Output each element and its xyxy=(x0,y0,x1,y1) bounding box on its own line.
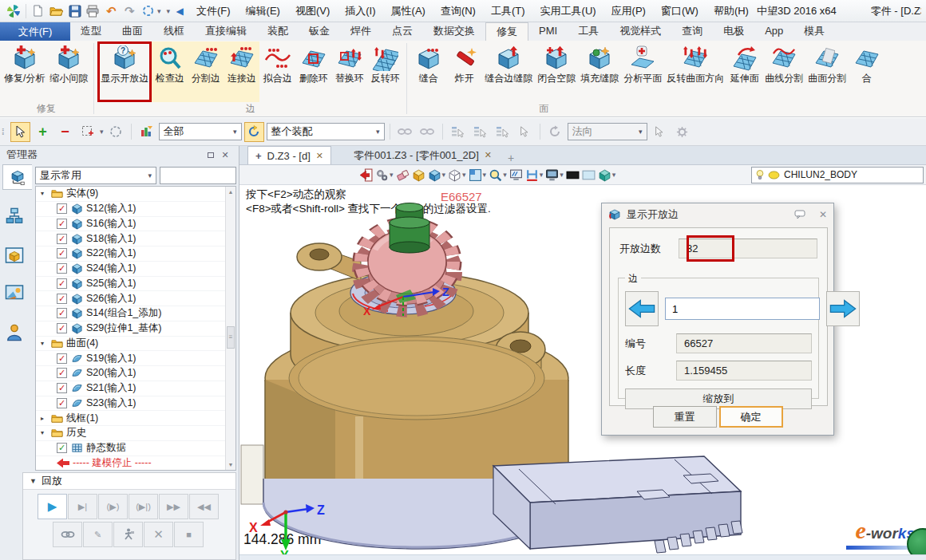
expander-icon[interactable]: ▾ xyxy=(41,429,51,436)
tab-weldment[interactable]: 焊件 xyxy=(340,22,382,41)
edge-index-input[interactable] xyxy=(665,298,820,320)
step-run-button[interactable] xyxy=(113,522,143,547)
material-cube-icon[interactable]: ▾ xyxy=(598,168,616,182)
menu-view[interactable]: 视图(V) xyxy=(288,0,337,22)
tree-group-history[interactable]: ▾ 历史 xyxy=(36,426,225,441)
tab-shape[interactable]: 造型 xyxy=(70,22,112,41)
checkbox-checked[interactable]: ✓ xyxy=(57,263,67,274)
chevron-down-icon[interactable]: ▾ xyxy=(390,171,394,179)
link-button[interactable] xyxy=(53,522,82,547)
button-fit-edges[interactable]: 拟合边 xyxy=(259,41,295,102)
delete-button[interactable]: ✕ xyxy=(144,522,173,547)
tree-item[interactable]: ✓S25(输入1) xyxy=(36,277,225,292)
marquee-select-icon[interactable] xyxy=(77,122,97,142)
tab-electrode[interactable]: 电极 xyxy=(713,22,754,41)
button-merge[interactable]: 合 xyxy=(849,41,884,102)
close-tab-icon[interactable]: ✕ xyxy=(485,150,492,160)
menu-insert[interactable]: 插入(I) xyxy=(338,0,382,22)
chevron-down-icon[interactable]: ▾ xyxy=(612,171,616,179)
tab-view-manager[interactable] xyxy=(2,280,26,306)
tree-item-static-data[interactable]: ✓静态数据 xyxy=(36,441,225,456)
eraser-icon[interactable] xyxy=(396,168,410,182)
dropdown-icon[interactable]: ▾ xyxy=(157,7,161,15)
checkbox-checked[interactable]: ✓ xyxy=(57,308,67,318)
checkbox-checked[interactable]: ✓ xyxy=(57,203,67,214)
chevron-down-icon[interactable]: ▾ xyxy=(560,171,564,179)
background-dark-icon[interactable] xyxy=(566,171,580,179)
menu-window[interactable]: 窗口(W) xyxy=(654,0,706,22)
tab-assembly[interactable]: 装配 xyxy=(257,22,299,41)
scroll-down-icon[interactable]: ▼ xyxy=(226,459,235,470)
tree-item[interactable]: ✓S14(组合1_添加) xyxy=(36,306,225,321)
button-replace-loop[interactable]: 替换环 xyxy=(331,41,367,102)
tab-sheet-metal[interactable]: 钣金 xyxy=(299,22,340,41)
edit-button[interactable]: ✎ xyxy=(83,522,113,547)
active-part-combo[interactable]: CHILUN2_BODY xyxy=(751,167,924,183)
checkbox-checked[interactable]: ✓ xyxy=(57,219,67,229)
document-tab[interactable]: 零件001.Z3 - [零件001_2D] ✕ xyxy=(346,146,499,164)
restore-panel-icon[interactable] xyxy=(204,150,218,160)
checkbox-checked[interactable]: ✓ xyxy=(57,368,67,378)
previous-edge-button[interactable] xyxy=(625,291,659,326)
select-cursor-icon[interactable] xyxy=(10,122,30,142)
checkbox-checked[interactable]: ✓ xyxy=(57,294,67,304)
redo-icon[interactable]: ↷ xyxy=(121,2,138,21)
tab-visualize[interactable]: 视觉样式 xyxy=(609,22,671,41)
chevron-down-icon[interactable]: ▾ xyxy=(462,171,466,179)
tab-point-cloud[interactable]: 点云 xyxy=(382,22,423,41)
display-mode-icon[interactable]: ▾ xyxy=(545,168,564,182)
scope-icon[interactable] xyxy=(244,122,264,142)
tab-visual-manager[interactable] xyxy=(2,243,26,268)
tab-role-manager[interactable] xyxy=(2,320,26,345)
filter-dropdown[interactable]: 全部 ▾ xyxy=(159,123,242,140)
tree-item[interactable]: ✓S19(输入1) xyxy=(36,351,225,366)
expander-icon[interactable]: ▸ xyxy=(41,415,51,422)
tree-group-wireframe[interactable]: ▸ 线框(1) xyxy=(36,411,225,426)
expander-icon[interactable]: ▾ xyxy=(41,340,51,347)
scrollbar-thumb[interactable]: ≡ xyxy=(227,326,235,349)
tab-file[interactable]: 文件(F) xyxy=(0,22,70,41)
tree-group-surfaces[interactable]: ▾ 曲面(4) xyxy=(36,337,225,352)
button-close-gaps[interactable]: 闭合空隙 xyxy=(535,41,578,102)
add-selection-icon[interactable]: + xyxy=(33,122,53,142)
tab-freeform[interactable]: 曲面 xyxy=(112,22,153,41)
remove-selection-icon[interactable]: − xyxy=(55,122,75,142)
menu-tools[interactable]: 工具(T) xyxy=(484,0,532,22)
chevron-down-icon[interactable]: ▾ xyxy=(503,171,507,179)
tree-search-input[interactable] xyxy=(160,167,236,184)
button-delete-loop[interactable]: 删除环 xyxy=(295,41,331,102)
zoom-icon[interactable]: ▾ xyxy=(489,168,507,182)
regen-cube-icon[interactable] xyxy=(412,168,425,182)
toolbar-drag-handle[interactable]: ⁞⁞ xyxy=(2,130,8,134)
tree-item[interactable]: ✓S29(拉伸1_基体) xyxy=(36,321,225,337)
tree-item[interactable]: ✓S21(输入1) xyxy=(36,381,225,396)
tree-group-solids[interactable]: ▾ 实体(9) xyxy=(36,187,225,202)
button-connect-edges[interactable]: 连接边 xyxy=(224,41,259,102)
button-show-open-edges[interactable]: 显示开放边 xyxy=(97,41,152,102)
tree-item[interactable]: ✓S20(输入1) xyxy=(36,366,225,381)
menu-attributes[interactable]: 属性(A) xyxy=(384,0,433,22)
tab-tools[interactable]: 工具 xyxy=(568,22,609,41)
filter-icon[interactable] xyxy=(137,122,156,142)
play-to-end-button[interactable]: ▶| xyxy=(68,494,97,519)
checkbox-checked[interactable]: ✓ xyxy=(57,248,67,258)
menu-applications[interactable]: 应用(P) xyxy=(604,0,653,22)
new-tab-icon[interactable]: + xyxy=(501,152,520,164)
menu-edit[interactable]: 编辑(E) xyxy=(239,0,287,22)
lasso-select-icon[interactable] xyxy=(106,122,126,142)
tab-heal[interactable]: 修复 xyxy=(485,22,528,41)
settings-gears-icon[interactable]: ▾ xyxy=(375,168,394,182)
button-heal-analyze[interactable]: 修复/分析 xyxy=(2,41,47,102)
tab-history-manager[interactable] xyxy=(2,164,32,190)
background-light-icon[interactable] xyxy=(582,170,596,180)
ok-button[interactable]: 确定 xyxy=(719,406,783,428)
tree-item[interactable]: ✓S16(输入1) xyxy=(36,217,225,232)
button-fill-gaps[interactable]: 填充缝隙 xyxy=(578,41,621,102)
button-reverse-loop[interactable]: 反转环 xyxy=(367,41,403,102)
tree-filter-dropdown[interactable]: 显示常用 ▾ xyxy=(35,167,156,184)
scroll-up-icon[interactable]: ▲ xyxy=(226,187,235,197)
tab-direct-edit[interactable]: 直接编辑 xyxy=(195,22,257,41)
chevron-down-icon[interactable]: ▾ xyxy=(442,171,446,179)
shaded-view-icon[interactable]: ▾ xyxy=(428,168,446,182)
button-extend-face[interactable]: 延伸面 xyxy=(726,41,762,102)
